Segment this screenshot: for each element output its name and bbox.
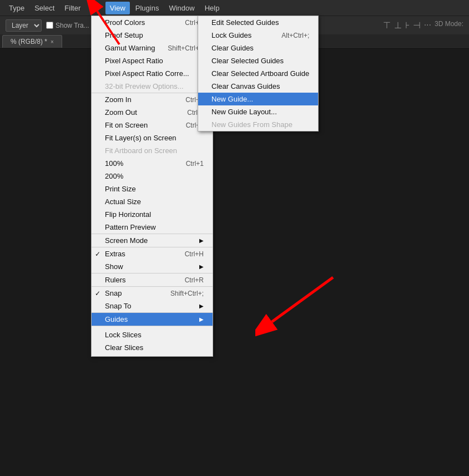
menu-view[interactable]: View [105,2,130,14]
submenu-arrow-guides: ▶ [199,316,204,322]
menu-item-fit-layers[interactable]: Fit Layer(s) on Screen [92,131,213,144]
menu-item-proof-setup[interactable]: Proof Setup ▶ [92,29,213,42]
tab-label: % (RGB/8) * [11,38,47,45]
guides-item-new-guides-from-shape: New Guides From Shape [198,118,318,131]
menu-item-extras[interactable]: ✓ Extras Ctrl+H [92,247,213,260]
menu-section-rulers: Rulers Ctrl+R [92,273,213,286]
check-snap: ✓ [95,290,100,297]
guides-submenu: Edit Selected Guides Lock Guides Alt+Ctr… [198,16,319,131]
layer-dropdown[interactable]: Layer [6,19,42,32]
document-tab[interactable]: % (RGB/8) * × [2,35,62,48]
more-icon[interactable]: ··· [424,20,431,31]
menu-item-fit-on-screen[interactable]: Fit on Screen Ctrl+0 [92,119,213,131]
align-top-icon[interactable]: ⊤ [383,20,391,31]
menu-item-200[interactable]: 200% [92,170,213,183]
menu-section-snap: ✓ Snap Shift+Ctrl+; Snap To ▶ [92,286,213,312]
menu-item-pixel-aspect-correct[interactable]: Pixel Aspect Ratio Corre... [92,67,213,80]
menu-item-proof-colors[interactable]: Proof Colors Ctrl+Y [92,16,213,29]
guides-item-clear-canvas[interactable]: Clear Canvas Guides [198,80,318,93]
3d-mode-label: 3D Mode: [435,20,463,31]
menu-item-pattern-preview[interactable]: Pattern Preview [92,221,213,234]
menu-item-actual-size[interactable]: Actual Size [92,195,213,208]
guides-item-clear-selected-artboard[interactable]: Clear Selected Artboard Guide [198,67,318,80]
menu-3d[interactable]: 3D [86,2,104,14]
submenu-arrow-show: ▶ [199,264,204,270]
align-left-icon[interactable]: ⊣ [413,20,421,31]
menu-item-pixel-aspect-ratio[interactable]: Pixel Aspect Ratio ▶ [92,54,213,67]
menu-help[interactable]: Help [200,2,224,14]
menu-item-100[interactable]: 100% Ctrl+1 [92,157,213,170]
guides-item-lock[interactable]: Lock Guides Alt+Ctrl+; [198,29,318,42]
menu-plugins[interactable]: Plugins [131,2,164,14]
menu-item-gamut-warning[interactable]: Gamut Warning Shift+Ctrl+Y [92,42,213,54]
menu-item-zoom-in[interactable]: Zoom In Ctrl++ [92,93,213,106]
menu-section-guides: Guides ▶ [92,312,213,326]
menu-type[interactable]: Type [4,2,29,14]
guides-item-clear[interactable]: Clear Guides [198,42,318,54]
tab-close-button[interactable]: × [51,39,54,45]
menu-bar: Type Select Filter 3D View Plugins Windo… [0,0,469,16]
guides-item-new-guide-layout[interactable]: New Guide Layout... [198,105,318,118]
alignment-tools: ⊤ ⊥ ⊦ ⊣ ··· 3D Mode: [383,20,463,31]
view-menu-dropdown: Proof Colors Ctrl+Y Proof Setup ▶ Gamut … [91,16,213,357]
submenu-arrow-screen: ▶ [199,237,204,244]
menu-item-snap-to[interactable]: Snap To ▶ [92,300,213,312]
align-bottom-icon[interactable]: ⊦ [405,20,410,31]
guides-item-clear-selected[interactable]: Clear Selected Guides [198,54,318,67]
menu-item-rulers[interactable]: Rulers Ctrl+R [92,274,213,286]
menu-filter[interactable]: Filter [60,2,85,14]
guides-item-edit-selected[interactable]: Edit Selected Guides [198,16,318,29]
menu-item-guides[interactable]: Guides ▶ [92,313,213,326]
menu-item-show[interactable]: Show ▶ [92,260,213,273]
menu-select[interactable]: Select [30,2,59,14]
menu-item-clear-slices[interactable]: Clear Slices [92,341,213,354]
check-extras: ✓ [95,250,100,258]
menu-item-fit-artboard: Fit Artboard on Screen [92,144,213,157]
menu-item-zoom-out[interactable]: Zoom Out Ctrl+- [92,106,213,119]
menu-item-print-size[interactable]: Print Size [92,183,213,195]
menu-section-slices: Lock Slices Clear Slices [92,326,213,356]
show-transparency-text: Show Tra... [56,22,89,29]
menu-section-screen: Screen Mode ▶ [92,234,213,247]
menu-window[interactable]: Window [164,2,199,14]
menu-section-extras: ✓ Extras Ctrl+H Show ▶ [92,247,213,273]
show-transparency-checkbox[interactable] [46,22,53,29]
menu-item-snap[interactable]: ✓ Snap Shift+Ctrl+; [92,287,213,300]
menu-section-zoom: Zoom In Ctrl++ Zoom Out Ctrl+- Fit on Sc… [92,93,213,234]
show-transparency-label: Show Tra... [46,22,89,29]
menu-item-flip-horizontal[interactable]: Flip Horizontal [92,208,213,221]
menu-item-screen-mode[interactable]: Screen Mode ▶ [92,234,213,247]
guides-item-new-guide[interactable]: New Guide... [198,93,318,105]
align-middle-icon[interactable]: ⊥ [394,20,402,31]
menu-section-proof: Proof Colors Ctrl+Y Proof Setup ▶ Gamut … [92,16,213,93]
menu-item-lock-slices[interactable]: Lock Slices [92,328,213,341]
menu-item-32bit-preview: 32-bit Preview Options... [92,80,213,93]
submenu-arrow-snap: ▶ [199,303,204,309]
